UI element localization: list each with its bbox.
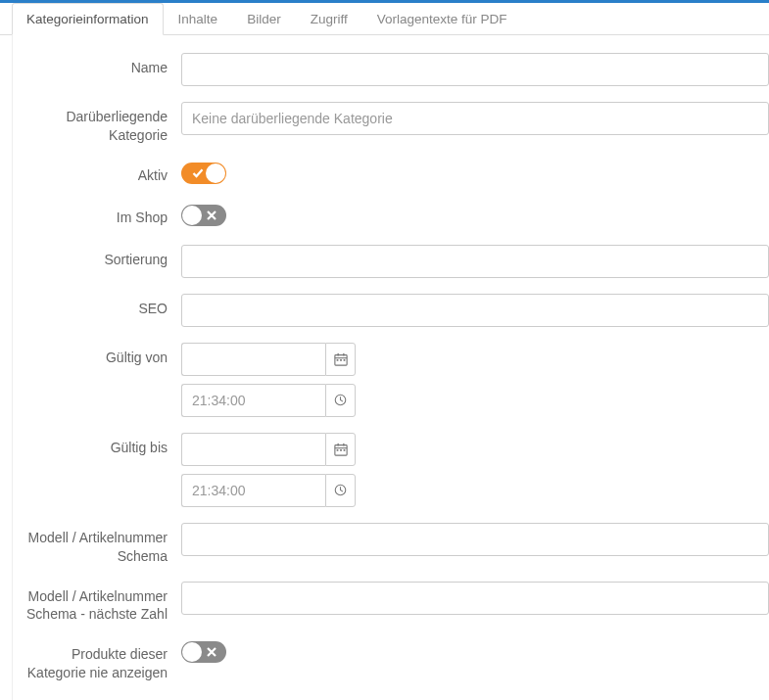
calendar-icon[interactable] xyxy=(325,343,356,376)
clock-icon[interactable] xyxy=(325,384,356,417)
in-shop-toggle[interactable] xyxy=(181,205,226,226)
label-sorting: Sortierung xyxy=(13,245,181,269)
svg-rect-3 xyxy=(343,353,344,356)
sorting-input[interactable] xyxy=(181,245,769,278)
svg-rect-2 xyxy=(337,353,338,356)
svg-rect-10 xyxy=(337,443,338,446)
valid-from-date-input[interactable] xyxy=(181,343,325,376)
tab-zugriff[interactable]: Zugriff xyxy=(296,3,362,34)
calendar-icon[interactable] xyxy=(325,433,356,466)
tab-bilder[interactable]: Bilder xyxy=(232,3,296,34)
label-seo: SEO xyxy=(13,294,181,318)
form-area: Name Darüberliegende Kategorie Aktiv xyxy=(12,35,769,700)
label-model-schema-next: Modell / Artikelnummer Schema - nächste … xyxy=(13,582,181,625)
valid-to-date-input[interactable] xyxy=(181,433,325,466)
svg-rect-12 xyxy=(336,449,338,451)
label-parent-category: Darüberliegende Kategorie xyxy=(13,102,181,145)
x-icon xyxy=(200,641,223,663)
valid-from-time-input[interactable] xyxy=(181,384,325,417)
label-never-show-products: Produkte dieser Kategorie nie anzeigen xyxy=(13,639,181,682)
label-model-schema: Modell / Artikelnummer Schema xyxy=(13,523,181,566)
clock-icon[interactable] xyxy=(325,474,356,507)
tab-vorlagentexte-pdf[interactable]: Vorlagentexte für PDF xyxy=(362,3,522,34)
tab-kategorieinformation[interactable]: Kategorieinformation xyxy=(12,3,164,35)
model-schema-next-input[interactable] xyxy=(181,582,769,615)
label-name: Name xyxy=(13,53,181,77)
parent-category-input[interactable] xyxy=(181,102,769,135)
svg-rect-5 xyxy=(340,359,342,361)
svg-rect-4 xyxy=(336,359,338,361)
label-valid-from: Gültig von xyxy=(13,343,181,367)
svg-rect-14 xyxy=(343,449,345,451)
tab-inhalte[interactable]: Inhalte xyxy=(164,3,233,34)
name-input[interactable] xyxy=(181,53,769,86)
toggle-knob xyxy=(182,206,202,225)
model-schema-input[interactable] xyxy=(181,523,769,556)
svg-rect-11 xyxy=(343,443,344,446)
never-show-products-toggle[interactable] xyxy=(181,641,226,663)
svg-rect-13 xyxy=(340,449,342,451)
toggle-knob xyxy=(182,642,202,662)
toggle-knob xyxy=(206,163,225,183)
label-in-shop: Im Shop xyxy=(13,203,181,227)
label-valid-to: Gültig bis xyxy=(13,433,181,457)
active-toggle[interactable] xyxy=(181,163,226,184)
tabs: Kategorieinformation Inhalte Bilder Zugr… xyxy=(0,3,769,35)
valid-to-time-input[interactable] xyxy=(181,474,325,507)
svg-rect-6 xyxy=(343,359,345,361)
seo-input[interactable] xyxy=(181,294,769,327)
x-icon xyxy=(200,205,223,226)
label-active: Aktiv xyxy=(13,161,181,185)
